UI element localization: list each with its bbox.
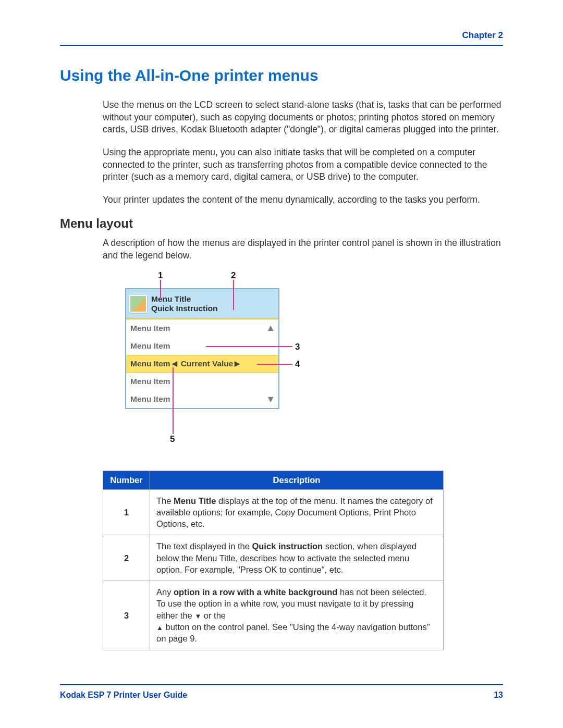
legend-table: Number Description 1 The Menu Title disp…: [103, 471, 444, 650]
menu-item-selected: Menu Item ◀ Current Value ▶: [126, 355, 278, 373]
lcd-menu-header: Menu Title Quick Instruction: [126, 289, 278, 319]
paragraph: Use the menus on the LCD screen to selec…: [103, 99, 503, 136]
legend-num: 1: [103, 489, 150, 535]
footer-guide-name: Kodak ESP 7 Printer User Guide: [60, 690, 187, 700]
table-row: 2 The text displayed in the Quick instru…: [103, 535, 444, 581]
lcd-menu-rows: Menu Item Menu Item Menu Item ◀ Current …: [126, 319, 278, 408]
menu-title-text: Menu Title: [151, 294, 217, 304]
scroll-arrows: ▲ ▼: [262, 319, 275, 408]
menu-illustration: 1 2 3 4 5 Menu Title Quick Instruction M…: [125, 273, 354, 455]
chapter-label: Chapter 2: [60, 30, 503, 46]
menu-item: Menu Item: [126, 373, 278, 390]
quick-instruction-text: Quick Instruction: [151, 304, 217, 313]
subsection-title: Menu layout: [60, 216, 503, 231]
paragraph: A description of how the menus are displ…: [103, 237, 503, 262]
table-row: 3 Any option in a row with a white backg…: [103, 581, 444, 650]
callout-3: 3: [295, 342, 300, 352]
up-triangle-icon: ▲: [156, 623, 163, 633]
paragraph: Using the appropriate menu, you can also…: [103, 146, 503, 183]
callout-1: 1: [158, 270, 163, 281]
legend-desc: The Menu Title displays at the top of th…: [150, 489, 444, 535]
legend-num: 3: [103, 581, 150, 650]
footer-page-number: 13: [494, 690, 503, 700]
photo-icon: [129, 295, 147, 313]
down-triangle-icon: ▼: [194, 612, 201, 621]
section-title: Using the All-in-One printer menus: [60, 67, 503, 84]
legend-num: 2: [103, 535, 150, 581]
scroll-up-icon: ▲: [266, 323, 275, 334]
legend-header-description: Description: [150, 471, 444, 489]
callout-5: 5: [170, 434, 175, 445]
menu-item: Menu Item: [126, 319, 278, 337]
callout-4: 4: [295, 359, 300, 369]
menu-item: Menu Item: [126, 390, 278, 408]
lcd-menu: Menu Title Quick Instruction Menu Item M…: [125, 288, 279, 409]
left-arrow-icon: ◀: [172, 360, 177, 367]
menu-item: Menu Item: [126, 337, 278, 355]
table-row: 1 The Menu Title displays at the top of …: [103, 489, 444, 535]
paragraph: Your printer updates the content of the …: [103, 194, 503, 206]
legend-desc: The text displayed in the Quick instruct…: [150, 535, 444, 581]
current-value-label: Current Value: [181, 359, 234, 368]
scroll-down-icon: ▼: [266, 394, 275, 405]
legend-header-number: Number: [103, 471, 150, 489]
menu-item-label: Menu Item: [130, 359, 170, 368]
right-arrow-icon: ▶: [235, 360, 240, 367]
callout-2: 2: [231, 270, 236, 281]
page-footer: Kodak ESP 7 Printer User Guide 13: [60, 684, 503, 700]
legend-desc: Any option in a row with a white backgro…: [150, 581, 444, 650]
